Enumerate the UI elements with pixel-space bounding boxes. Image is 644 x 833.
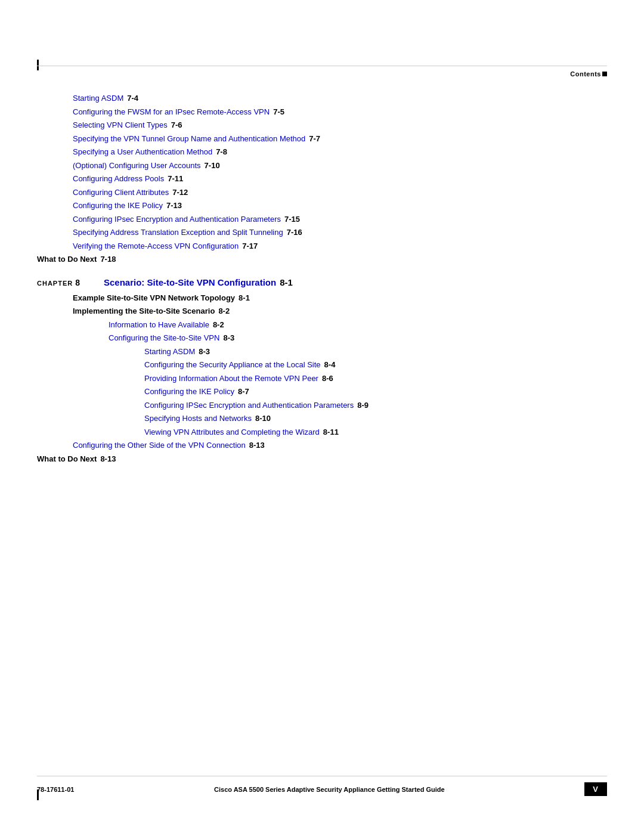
- page-number: 8-3: [223, 332, 234, 344]
- toc-link[interactable]: Specifying the VPN Tunnel Group Name and…: [73, 133, 305, 145]
- chapter7-section: Starting ASDM 7-4 Configuring the FWSM f…: [37, 92, 607, 265]
- left-decorative-bar: [37, 60, 39, 70]
- page-number: 7-5: [273, 106, 284, 118]
- footer: 78-17611-01 Cisco ASA 5500 Series Adapti…: [37, 782, 607, 796]
- list-item: Information to Have Available 8-2: [109, 319, 607, 331]
- page-number: 8-7: [238, 386, 249, 398]
- list-item: Configuring the Other Side of the VPN Co…: [73, 439, 607, 451]
- list-item: (Optional) Configuring User Accounts 7-1…: [73, 160, 607, 172]
- chapter-label: CHAPTER 8: [37, 278, 97, 287]
- top-rule: [37, 66, 607, 66]
- toc-link[interactable]: Configuring the Other Side of the VPN Co…: [73, 439, 246, 451]
- page-number: 7-12: [172, 187, 188, 199]
- toc-link[interactable]: Specifying a User Authentication Method: [73, 146, 212, 158]
- list-item: Starting ASDM 8-3: [144, 346, 607, 358]
- toc-link[interactable]: Verifying the Remote-Access VPN Configur…: [73, 240, 239, 252]
- list-item: Providing Information About the Remote V…: [144, 373, 607, 385]
- page-number: 7-4: [127, 92, 138, 104]
- chapter-page: 8-1: [280, 277, 293, 287]
- list-item: Configuring the Security Appliance at th…: [144, 359, 607, 371]
- footer-title: Cisco ASA 5500 Series Adaptive Security …: [74, 786, 584, 793]
- chapter-title-link[interactable]: Scenario: Site-to-Site VPN Configuration: [104, 277, 276, 287]
- list-item: Configuring the FWSM for an IPsec Remote…: [73, 106, 607, 118]
- page-number: 7-16: [287, 227, 302, 239]
- list-item: Configuring IPSec Encryption and Authent…: [144, 400, 607, 411]
- contents-square: [602, 72, 607, 76]
- toc-link[interactable]: Configuring Client Attributes: [73, 187, 169, 199]
- page-number: 7-15: [284, 213, 300, 225]
- list-item: Verifying the Remote-Access VPN Configur…: [73, 240, 607, 252]
- bottom-rule: [37, 776, 607, 776]
- contents-label: Contents: [570, 70, 601, 78]
- chapter8-heading: CHAPTER 8 Scenario: Site-to-Site VPN Con…: [37, 277, 607, 287]
- list-item: Selecting VPN Client Types 7-6: [73, 119, 607, 131]
- toc-link[interactable]: Configuring the IKE Policy: [73, 200, 163, 212]
- toc-link[interactable]: Configuring the FWSM for an IPsec Remote…: [73, 106, 270, 118]
- toc-link[interactable]: Configuring the Site-to-Site VPN: [109, 332, 219, 344]
- toc-link[interactable]: Configuring IPsec Encryption and Authent…: [73, 213, 281, 225]
- list-item: Configuring the IKE Policy 8-7: [144, 386, 607, 398]
- toc-link[interactable]: Specifying Hosts and Networks: [144, 413, 252, 425]
- list-item: Specifying Address Translation Exception…: [73, 227, 607, 239]
- list-item: Configuring the Site-to-Site VPN 8-3: [109, 332, 607, 344]
- toc-text: What to Do Next: [37, 253, 97, 265]
- page-number: 7-11: [168, 173, 183, 185]
- toc-link[interactable]: Viewing VPN Attributes and Completing th…: [144, 426, 320, 438]
- page-number: 8-2: [218, 305, 230, 317]
- toc-link[interactable]: Configuring Address Pools: [73, 173, 164, 185]
- list-item: Viewing VPN Attributes and Completing th…: [144, 426, 607, 438]
- list-item: What to Do Next 7-18: [37, 253, 607, 265]
- toc-link[interactable]: Specifying Address Translation Exception…: [73, 227, 283, 239]
- list-item: What to Do Next 8-13: [37, 453, 607, 465]
- footer-page: V: [584, 782, 607, 796]
- list-item: Starting ASDM 7-4: [73, 92, 607, 104]
- list-item: Specifying the VPN Tunnel Group Name and…: [73, 133, 607, 145]
- list-item: Configuring Client Attributes 7-12: [73, 187, 607, 199]
- toc-link[interactable]: Information to Have Available: [109, 319, 209, 331]
- page-number: 7-8: [216, 146, 227, 158]
- toc-link[interactable]: Selecting VPN Client Types: [73, 119, 168, 131]
- footer-right: V: [584, 782, 607, 796]
- page-number: 7-13: [166, 200, 182, 212]
- page: Contents Starting ASDM 7-4 Configuring t…: [0, 0, 644, 833]
- toc-link[interactable]: Providing Information About the Remote V…: [144, 373, 318, 385]
- page-number: 7-6: [171, 119, 182, 131]
- page-number: 8-13: [249, 439, 265, 451]
- list-item: Configuring IPsec Encryption and Authent…: [73, 213, 607, 225]
- page-number: 8-2: [213, 319, 224, 331]
- toc-link[interactable]: Configuring IPSec Encryption and Authent…: [144, 400, 354, 411]
- chapter8-section: Example Site-to-Site VPN Network Topolog…: [37, 292, 607, 465]
- page-number: 8-13: [100, 453, 116, 465]
- page-number: 8-3: [199, 346, 210, 358]
- toc-link[interactable]: Starting ASDM: [144, 346, 195, 358]
- page-number: 7-18: [100, 253, 116, 265]
- list-item: Example Site-to-Site VPN Network Topolog…: [73, 292, 607, 304]
- list-item: Specifying a User Authentication Method …: [73, 146, 607, 158]
- content-area: Starting ASDM 7-4 Configuring the FWSM f…: [37, 92, 607, 469]
- page-number: 8-4: [324, 359, 336, 371]
- page-number: 8-9: [357, 400, 369, 411]
- page-number: 8-11: [323, 426, 339, 438]
- toc-link[interactable]: Configuring the Security Appliance at th…: [144, 359, 321, 371]
- page-number: 8-10: [255, 413, 271, 425]
- toc-text: What to Do Next: [37, 453, 97, 465]
- page-number: 8-6: [322, 373, 333, 385]
- toc-text: Implementing the Site-to-Site Scenario: [73, 305, 215, 317]
- toc-link[interactable]: Configuring the IKE Policy: [144, 386, 234, 398]
- footer-doc-number: 78-17611-01: [37, 786, 74, 793]
- toc-link[interactable]: Starting ASDM: [73, 92, 123, 104]
- toc-text: Example Site-to-Site VPN Network Topolog…: [73, 292, 235, 304]
- page-number: 7-17: [242, 240, 258, 252]
- page-number: 7-10: [205, 160, 220, 172]
- page-number: 7-7: [309, 133, 320, 145]
- list-item: Implementing the Site-to-Site Scenario 8…: [73, 305, 607, 317]
- list-item: Configuring the IKE Policy 7-13: [73, 200, 607, 212]
- list-item: Specifying Hosts and Networks 8-10: [144, 413, 607, 425]
- page-number: 8-1: [239, 292, 250, 304]
- toc-link[interactable]: (Optional) Configuring User Accounts: [73, 160, 201, 172]
- list-item: Configuring Address Pools 7-11: [73, 173, 607, 185]
